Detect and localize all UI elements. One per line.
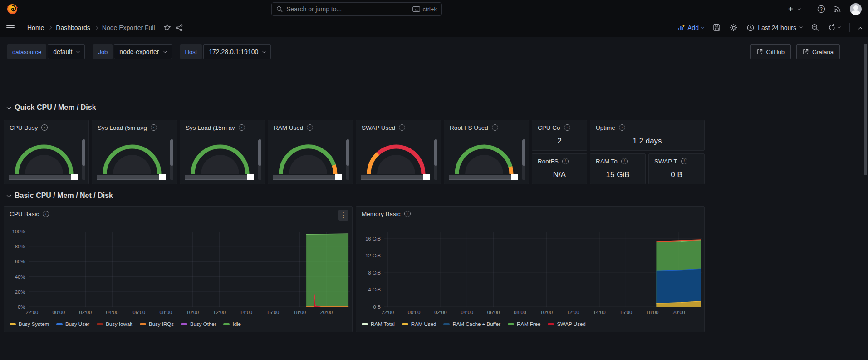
- memory-basic-plot[interactable]: [384, 232, 702, 307]
- info-icon[interactable]: i: [307, 124, 313, 131]
- grafana-logo[interactable]: [6, 3, 18, 15]
- panel-header[interactable]: SWAP Usedi: [356, 120, 441, 135]
- news-icon[interactable]: [834, 5, 842, 13]
- legend-item-swap-used[interactable]: SWAP Used: [548, 321, 585, 327]
- info-icon[interactable]: i: [41, 124, 48, 131]
- scrollbar-thumb[interactable]: [522, 139, 525, 166]
- user-avatar[interactable]: [850, 3, 862, 15]
- legend-item-busy-other[interactable]: Busy Other: [181, 321, 216, 327]
- favorite-star-icon[interactable]: [163, 24, 171, 31]
- panel-vertical-scrollbar[interactable]: [434, 139, 437, 180]
- panel-horizontal-scrollbar[interactable]: [185, 175, 254, 180]
- scrollbar-thumb[interactable]: [82, 139, 85, 166]
- y-axis-tick: 20%: [4, 289, 25, 295]
- panel-header[interactable]: RAM Toi: [590, 154, 645, 168]
- scrollbar-thumb[interactable]: [258, 139, 261, 166]
- help-icon[interactable]: ?: [817, 5, 825, 13]
- panel-header[interactable]: Memory Basic i: [356, 207, 704, 221]
- menu-toggle-icon[interactable]: [6, 25, 15, 30]
- panel-horizontal-scrollbar[interactable]: [9, 175, 78, 180]
- scrollbar-thumb[interactable]: [247, 174, 254, 180]
- panel-title: RAM Used: [274, 124, 303, 131]
- panel-horizontal-scrollbar[interactable]: [449, 175, 518, 180]
- info-icon[interactable]: i: [151, 124, 157, 131]
- legend-item-ram-total[interactable]: RAM Total: [362, 321, 395, 327]
- legend-item-busy-system[interactable]: Busy System: [10, 321, 49, 327]
- link-button-github[interactable]: GitHub: [750, 44, 791, 59]
- legend-item-ram-cache-buffer[interactable]: RAM Cache + Buffer: [443, 321, 500, 327]
- legend-swatch: [508, 323, 514, 325]
- panel-header[interactable]: SWAP Ti: [649, 154, 704, 168]
- panel-horizontal-scrollbar[interactable]: [273, 175, 342, 180]
- variable-value-dropdown[interactable]: 172.28.0.1:19100: [203, 44, 271, 59]
- y-axis-tick: 80%: [4, 244, 25, 249]
- legend-item-busy-iowait[interactable]: Busy Iowait: [97, 321, 132, 327]
- panel-header[interactable]: CPU Basic i: [4, 207, 352, 221]
- new-button[interactable]: +: [788, 4, 800, 15]
- panel-header[interactable]: CPU Busyi: [4, 120, 88, 135]
- legend-item-busy-user[interactable]: Busy User: [56, 321, 89, 327]
- legend-item-ram-free[interactable]: RAM Free: [508, 321, 540, 327]
- search-box[interactable]: ctrl+k: [271, 2, 442, 16]
- panel-header[interactable]: CPU Coi: [532, 120, 587, 135]
- panel-menu-button[interactable]: ⋮: [338, 210, 348, 221]
- info-icon[interactable]: i: [619, 124, 625, 131]
- info-icon[interactable]: i: [239, 124, 245, 131]
- variable-value-dropdown[interactable]: node-exporter: [114, 44, 172, 59]
- page-scrollbar[interactable]: [864, 44, 867, 175]
- refresh-button[interactable]: [828, 24, 840, 31]
- info-icon[interactable]: i: [399, 124, 405, 131]
- x-axis-tick: 16:00: [267, 310, 280, 315]
- svg-text:?: ?: [820, 7, 823, 12]
- scrollbar-thumb[interactable]: [159, 174, 166, 180]
- collapse-toolbar-icon[interactable]: [859, 26, 862, 29]
- panel-header[interactable]: Root FS Usedi: [444, 120, 529, 135]
- link-button-grafana[interactable]: Grafana: [796, 44, 840, 59]
- panel-title: Sys Load (5m avg: [98, 124, 147, 131]
- scrollbar-thumb[interactable]: [170, 139, 173, 166]
- info-icon[interactable]: i: [404, 211, 411, 217]
- info-icon[interactable]: i: [43, 211, 49, 217]
- info-icon[interactable]: i: [492, 124, 498, 131]
- info-icon[interactable]: i: [621, 158, 628, 164]
- panel-horizontal-scrollbar[interactable]: [97, 175, 166, 180]
- info-icon[interactable]: i: [562, 158, 569, 164]
- panel-vertical-scrollbar[interactable]: [522, 139, 525, 180]
- variable-value-dropdown[interactable]: default: [48, 44, 85, 59]
- row-quick-cpu-mem-disk[interactable]: Quick CPU / Mem / Disk: [7, 104, 96, 112]
- scrollbar-thumb[interactable]: [511, 174, 518, 180]
- scrollbar-thumb[interactable]: [71, 174, 78, 180]
- share-icon[interactable]: [176, 24, 183, 31]
- zoom-out-time-icon[interactable]: [811, 24, 819, 31]
- panel-header[interactable]: Sys Load (5m avgi: [92, 120, 177, 135]
- add-panel-button[interactable]: Add: [677, 24, 704, 31]
- panel-header[interactable]: RootFSi: [532, 154, 587, 168]
- cpu-basic-plot[interactable]: [29, 232, 350, 307]
- row-basic-cpu-mem-net-disk[interactable]: Basic CPU / Mem / Net / Disk: [7, 192, 113, 200]
- legend-label: Idle: [232, 321, 241, 327]
- legend-item-ram-used[interactable]: RAM Used: [402, 321, 436, 327]
- legend-item-idle[interactable]: Idle: [223, 321, 241, 327]
- breadcrumb-dashboards[interactable]: Dashboards: [56, 24, 90, 31]
- panel-vertical-scrollbar[interactable]: [258, 139, 261, 180]
- search-input[interactable]: [286, 5, 409, 13]
- panel-header[interactable]: RAM Usedi: [268, 120, 353, 135]
- scrollbar-thumb[interactable]: [346, 139, 349, 166]
- dashboard-settings-icon[interactable]: [730, 24, 738, 32]
- save-dashboard-icon[interactable]: [713, 24, 721, 31]
- legend-item-busy-irqs[interactable]: Busy IRQs: [140, 321, 174, 327]
- panel-vertical-scrollbar[interactable]: [170, 139, 173, 180]
- scrollbar-thumb[interactable]: [423, 174, 430, 180]
- info-icon[interactable]: i: [681, 158, 687, 164]
- breadcrumb-home[interactable]: Home: [27, 24, 44, 31]
- time-range-picker[interactable]: Last 24 hours: [747, 24, 802, 31]
- scrollbar-thumb[interactable]: [335, 174, 342, 180]
- scrollbar-thumb[interactable]: [434, 139, 437, 166]
- info-icon[interactable]: i: [564, 124, 570, 131]
- panel-title: Root FS Used: [450, 124, 488, 131]
- panel-header[interactable]: Uptimei: [590, 120, 704, 135]
- panel-horizontal-scrollbar[interactable]: [361, 175, 430, 180]
- panel-vertical-scrollbar[interactable]: [82, 139, 85, 180]
- panel-header[interactable]: Sys Load (15m avi: [180, 120, 265, 135]
- panel-vertical-scrollbar[interactable]: [346, 139, 349, 180]
